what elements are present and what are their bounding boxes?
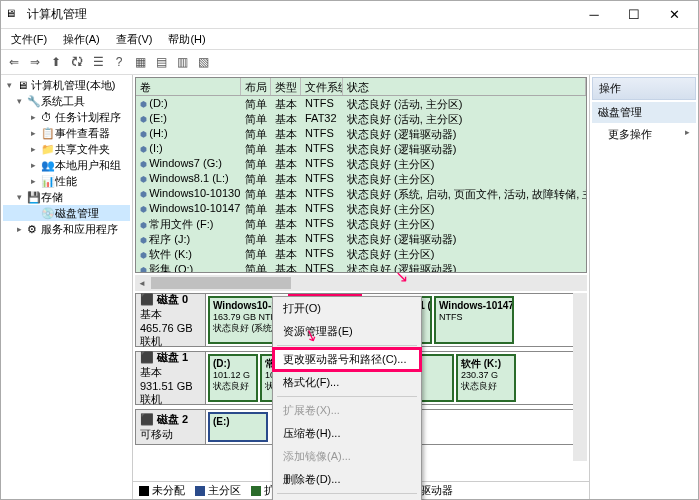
context-menu-item[interactable]: 压缩卷(H)...: [273, 422, 421, 445]
disk-label[interactable]: ⬛ 磁盘 0基本465.76 GB联机: [136, 294, 206, 346]
context-menu-item[interactable]: 删除卷(D)...: [273, 468, 421, 491]
volume-row[interactable]: (D:)简单基本NTFS状态良好 (活动, 主分区): [136, 96, 586, 111]
context-menu-item[interactable]: 资源管理器(E): [273, 320, 421, 343]
tree-item[interactable]: ▾🔧系统工具: [3, 93, 130, 109]
volume-row[interactable]: 影集 (O:)简单基本NTFS状态良好 (逻辑驱动器): [136, 261, 586, 272]
volume-row[interactable]: 常用文件 (F:)简单基本NTFS状态良好 (主分区): [136, 216, 586, 231]
partition[interactable]: (E:): [208, 412, 268, 442]
menu-view[interactable]: 查看(V): [110, 30, 159, 49]
h-scrollbar[interactable]: ↘: [135, 275, 587, 291]
tree-item[interactable]: 💿磁盘管理: [3, 205, 130, 221]
forward-icon[interactable]: ⇒: [26, 53, 44, 71]
volume-row[interactable]: (I:)简单基本NTFS状态良好 (逻辑驱动器): [136, 141, 586, 156]
refresh-icon[interactable]: 🗘: [68, 53, 86, 71]
tree-item[interactable]: ▸👥本地用户和组: [3, 157, 130, 173]
view1-icon[interactable]: ▦: [131, 53, 149, 71]
up-icon[interactable]: ⬆: [47, 53, 65, 71]
partition[interactable]: 软件 (K:)230.37 G状态良好: [456, 354, 516, 402]
menubar: 文件(F) 操作(A) 查看(V) 帮助(H): [1, 29, 698, 49]
volume-row[interactable]: Windows10-10147 (M:)简单基本NTFS状态良好 (主分区): [136, 201, 586, 216]
volume-row[interactable]: (E:)简单基本FAT32状态良好 (活动, 主分区): [136, 111, 586, 126]
tree-item[interactable]: ▸⏱任务计划程序: [3, 109, 130, 125]
context-menu-item[interactable]: 打开(O): [273, 297, 421, 320]
volume-row[interactable]: Windows7 (G:)简单基本NTFS状态良好 (主分区): [136, 156, 586, 171]
tree-item[interactable]: ▸📊性能: [3, 173, 130, 189]
actions-pane: 操作 磁盘管理 更多操作: [590, 75, 698, 499]
volume-row[interactable]: 软件 (K:)简单基本NTFS状态良好 (主分区): [136, 246, 586, 261]
tree-item[interactable]: ▸📋事件查看器: [3, 125, 130, 141]
context-menu-item[interactable]: 更改驱动器号和路径(C)...: [273, 348, 421, 371]
disk-label[interactable]: ⬛ 磁盘 1基本931.51 GB联机: [136, 352, 206, 404]
volume-header: 卷 布局 类型 文件系统 状态: [136, 78, 586, 96]
view2-icon[interactable]: ▤: [152, 53, 170, 71]
app-icon: 🖥: [5, 7, 21, 23]
menu-help[interactable]: 帮助(H): [162, 30, 211, 49]
maximize-button[interactable]: ☐: [614, 3, 654, 27]
context-menu-item[interactable]: 格式化(F)...: [273, 371, 421, 394]
props-icon[interactable]: ☰: [89, 53, 107, 71]
close-button[interactable]: ✕: [654, 3, 694, 27]
toolbar: ⇐ ⇒ ⬆ 🗘 ☰ ? ▦ ▤ ▥ ▧: [1, 49, 698, 75]
col-fs[interactable]: 文件系统: [301, 78, 343, 95]
actions-sub: 磁盘管理: [592, 102, 696, 123]
context-menu-item: 扩展卷(X)...: [273, 399, 421, 422]
col-type[interactable]: 类型: [271, 78, 301, 95]
menu-file[interactable]: 文件(F): [5, 30, 53, 49]
legend-item: 主分区: [195, 483, 241, 498]
help-icon[interactable]: ?: [110, 53, 128, 71]
context-menu: 打开(O)资源管理器(E)更改驱动器号和路径(C)...格式化(F)...扩展卷…: [272, 296, 422, 500]
context-menu-item: 添加镜像(A)...: [273, 445, 421, 468]
minimize-button[interactable]: ─: [574, 3, 614, 27]
tree-item[interactable]: ▾🖥计算机管理(本地): [3, 77, 130, 93]
partition[interactable]: [420, 354, 454, 402]
partition[interactable]: (D:)101.12 G状态良好: [208, 354, 258, 402]
actions-more[interactable]: 更多操作: [592, 123, 696, 146]
menu-action[interactable]: 操作(A): [57, 30, 106, 49]
back-icon[interactable]: ⇐: [5, 53, 23, 71]
disk-label[interactable]: ⬛ 磁盘 2可移动: [136, 410, 206, 444]
partition[interactable]: Windows-10147NTFS: [434, 296, 514, 344]
view3-icon[interactable]: ▥: [173, 53, 191, 71]
volume-row[interactable]: Windows10-10130 (C:)简单基本NTFS状态良好 (系统, 启动…: [136, 186, 586, 201]
tree-item[interactable]: ▾💾存储: [3, 189, 130, 205]
legend-item: 未分配: [139, 483, 185, 498]
actions-head: 操作: [592, 77, 696, 100]
view4-icon[interactable]: ▧: [194, 53, 212, 71]
titlebar: 🖥 计算机管理 ─ ☐ ✕: [1, 1, 698, 29]
volume-row[interactable]: Windows8.1 (L:)简单基本NTFS状态良好 (主分区): [136, 171, 586, 186]
tree-item[interactable]: ▸⚙服务和应用程序: [3, 221, 130, 237]
volume-row[interactable]: 程序 (J:)简单基本NTFS状态良好 (逻辑驱动器): [136, 231, 586, 246]
v-scrollbar[interactable]: [573, 293, 587, 461]
window-title: 计算机管理: [27, 6, 574, 23]
context-menu-item[interactable]: 属性(P): [273, 496, 421, 500]
col-layout[interactable]: 布局: [241, 78, 271, 95]
nav-tree: ▾🖥计算机管理(本地)▾🔧系统工具▸⏱任务计划程序▸📋事件查看器▸📁共享文件夹▸…: [1, 75, 133, 499]
tree-item[interactable]: ▸📁共享文件夹: [3, 141, 130, 157]
volume-list: 卷 布局 类型 文件系统 状态 (D:)简单基本NTFS状态良好 (活动, 主分…: [135, 77, 587, 273]
col-status[interactable]: 状态: [343, 78, 586, 95]
col-volume[interactable]: 卷: [136, 78, 241, 95]
volume-row[interactable]: (H:)简单基本NTFS状态良好 (逻辑驱动器): [136, 126, 586, 141]
